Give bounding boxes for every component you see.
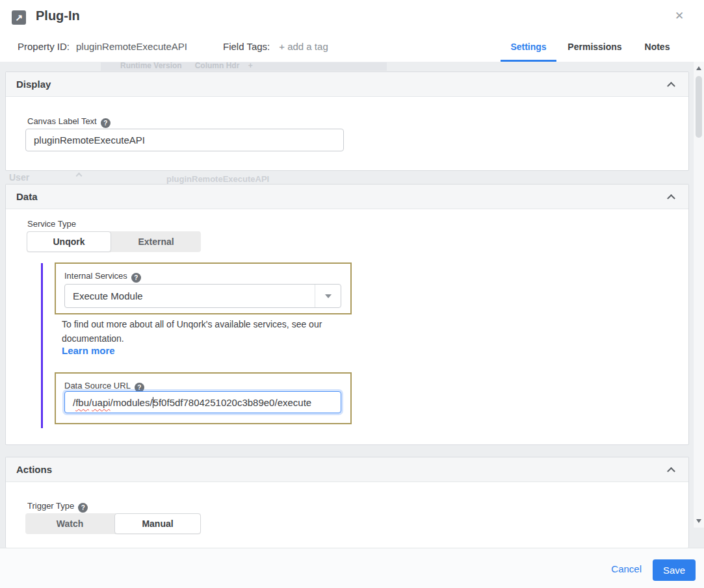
trigger-type-option-watch[interactable]: Watch (25, 513, 114, 534)
internal-services-label: Internal Services? (64, 270, 141, 283)
data-section: Data Service Type Unqork External Intern… (5, 184, 689, 445)
page-title: Plug-In (36, 8, 80, 23)
trigger-type-label: Trigger Type? (27, 500, 88, 513)
display-section-header[interactable]: Display (6, 72, 688, 97)
display-section-title: Display (16, 79, 51, 90)
plugin-settings-modal: Runtime Version Column Hdr + User plugin… (0, 0, 704, 588)
background-toolbar-text: Runtime Version Column Hdr + (120, 61, 253, 70)
chevron-down-icon (325, 294, 332, 298)
data-source-url-group: Data Source URL? /fbu/uapi/modules/5f0f5… (55, 372, 352, 424)
cancel-button[interactable]: Cancel (611, 563, 642, 574)
help-icon[interactable]: ? (131, 273, 141, 283)
data-source-url-input[interactable]: /fbu/uapi/modules/5f0f5df7804251020c3b89… (64, 391, 341, 413)
add-tag-button[interactable]: + add a tag (279, 41, 328, 52)
data-section-header[interactable]: Data (6, 185, 688, 209)
plugin-arrow-icon: ↗ (12, 10, 26, 25)
tab-bar: Settings Permissions Notes (501, 39, 673, 62)
close-icon[interactable]: ✕ (675, 10, 684, 23)
services-help-text: To find out more about all of Unqork's a… (62, 318, 367, 346)
modal-footer: Cancel Save (0, 548, 704, 588)
component-meta: Property ID:pluginRemoteExecuteAPIField … (18, 41, 328, 52)
tab-permissions[interactable]: Permissions (565, 39, 625, 60)
actions-section-title: Actions (16, 464, 52, 475)
field-tags-label: Field Tags: (223, 41, 270, 52)
scrollbar-thumb[interactable] (696, 76, 702, 138)
help-icon[interactable]: ? (78, 503, 88, 513)
background-component-ghost: pluginRemoteExecuteAPI (166, 174, 269, 184)
collapse-chevron-icon[interactable] (667, 82, 675, 90)
save-button[interactable]: Save (653, 559, 696, 581)
display-section: Display Canvas Label Text? pluginRemoteE… (5, 71, 689, 171)
actions-section-header[interactable]: Actions (6, 457, 688, 482)
help-icon[interactable]: ? (101, 118, 111, 128)
property-id-label: Property ID: (18, 41, 70, 52)
scroll-up-arrow-icon[interactable] (696, 66, 701, 70)
collapse-chevron-icon[interactable] (667, 467, 675, 476)
select-arrow-area[interactable] (315, 285, 341, 307)
background-user-panel-ghost: User (9, 172, 29, 183)
internal-services-group: Internal Services? Execute Module (55, 262, 352, 314)
scroll-down-arrow-icon[interactable] (696, 519, 701, 523)
collapse-chevron-icon[interactable] (667, 194, 675, 203)
service-type-option-external[interactable]: External (111, 231, 201, 252)
service-type-option-unqork[interactable]: Unqork (27, 231, 111, 252)
trigger-type-toggle: Watch Manual (25, 513, 201, 534)
background-chevron-ghost (76, 173, 83, 179)
service-type-label: Service Type (27, 219, 76, 229)
property-id-value: pluginRemoteExecuteAPI (76, 41, 187, 52)
modal-header: ↗ Plug-In ✕ Property ID:pluginRemoteExec… (0, 0, 704, 62)
tab-settings[interactable]: Settings (501, 39, 556, 62)
data-section-title: Data (16, 191, 38, 202)
learn-more-link[interactable]: Learn more (62, 345, 115, 356)
canvas-label-text-input[interactable]: pluginRemoteExecuteAPI (25, 129, 344, 151)
actions-section: Actions Trigger Type? Watch Manual (5, 457, 689, 548)
internal-services-value: Execute Module (73, 290, 143, 301)
tab-notes[interactable]: Notes (641, 39, 673, 60)
service-type-toggle: Unqork External (27, 231, 201, 252)
internal-services-select[interactable]: Execute Module (64, 284, 341, 308)
background-toolbar-ghost: Runtime Version Column Hdr + (101, 62, 387, 71)
misspelled-token: fbu (75, 397, 89, 408)
misspelled-token: uapi (92, 397, 110, 408)
trigger-type-option-manual[interactable]: Manual (114, 513, 201, 534)
data-source-url-label: Data Source URL? (64, 379, 144, 392)
vertical-scrollbar[interactable] (693, 62, 704, 528)
canvas-label-text-label: Canvas Label Text? (27, 115, 111, 128)
conditional-group-indicator (41, 263, 43, 428)
